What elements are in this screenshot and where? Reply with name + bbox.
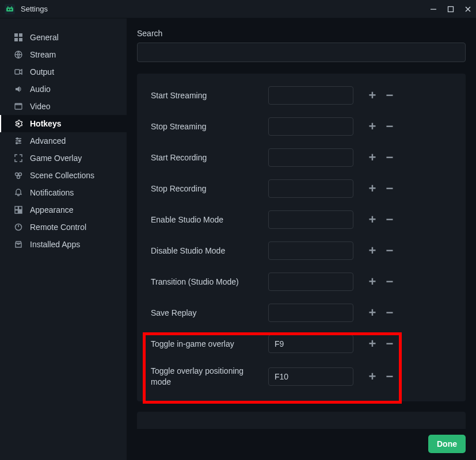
hotkey-add-button[interactable]: + bbox=[367, 90, 378, 101]
hotkey-remove-button[interactable]: − bbox=[384, 121, 395, 132]
sidebar-item-label: Stream bbox=[30, 50, 56, 59]
hotkey-row-stop-streaming: Stop Streaming + − bbox=[151, 117, 452, 136]
hotkey-row-toggle-positioning: Toggle overlay positioning mode + − bbox=[151, 366, 452, 388]
hotkey-remove-button[interactable]: − bbox=[384, 183, 395, 194]
search-input[interactable] bbox=[137, 43, 466, 62]
sidebar-item-label: Appearance bbox=[30, 205, 74, 214]
hotkey-add-button[interactable]: + bbox=[367, 214, 378, 225]
hotkey-remove-button[interactable]: − bbox=[384, 308, 395, 318]
sidebar-item-installed-apps[interactable]: Installed Apps bbox=[0, 236, 127, 253]
sidebar-item-game-overlay[interactable]: Game Overlay bbox=[0, 150, 127, 167]
svg-rect-9 bbox=[14, 38, 18, 41]
output-icon bbox=[14, 68, 23, 76]
sidebar-item-video[interactable]: Video bbox=[0, 98, 127, 115]
hotkey-input-start-recording[interactable] bbox=[268, 148, 353, 167]
sidebar-item-scene-collections[interactable]: Scene Collections bbox=[0, 167, 127, 184]
hotkey-input-toggle-positioning[interactable] bbox=[268, 367, 353, 386]
svg-rect-12 bbox=[15, 70, 20, 74]
hotkey-input-stop-streaming[interactable] bbox=[268, 117, 353, 136]
video-icon bbox=[14, 102, 23, 110]
svg-point-15 bbox=[19, 140, 21, 142]
hotkey-row-toggle-overlay: Toggle in-game overlay + − bbox=[151, 335, 452, 353]
sidebar-item-output[interactable]: Output bbox=[0, 63, 127, 80]
hotkey-add-button[interactable]: + bbox=[367, 277, 378, 287]
svg-point-18 bbox=[19, 173, 22, 176]
sidebar-item-label: Video bbox=[30, 102, 51, 111]
sidebar-item-label: Output bbox=[30, 67, 54, 76]
maximize-button[interactable] bbox=[447, 6, 454, 13]
svg-rect-7 bbox=[14, 33, 18, 37]
hotkey-add-button[interactable]: + bbox=[367, 152, 378, 163]
window-title: Settings bbox=[21, 5, 430, 13]
sidebar-item-general[interactable]: General bbox=[0, 29, 127, 46]
sidebar-item-audio[interactable]: Audio bbox=[0, 80, 127, 98]
hotkey-remove-button[interactable]: − bbox=[384, 371, 395, 382]
sidebar-item-label: Advanced bbox=[30, 136, 66, 145]
sidebar-item-appearance[interactable]: Appearance bbox=[0, 201, 127, 218]
hotkey-label: Disable Studio Mode bbox=[151, 246, 260, 256]
svg-point-1 bbox=[8, 9, 9, 10]
sidebar-item-label: General bbox=[30, 33, 59, 42]
audio-icon bbox=[14, 85, 23, 93]
titlebar: Settings bbox=[0, 0, 476, 18]
globe-icon bbox=[14, 51, 23, 59]
hotkey-remove-button[interactable]: − bbox=[384, 214, 395, 225]
theme-icon bbox=[14, 206, 23, 214]
hotkey-input-disable-studio[interactable] bbox=[268, 241, 353, 260]
hotkey-remove-button[interactable]: − bbox=[384, 90, 395, 101]
grid-icon bbox=[14, 33, 23, 41]
hotkey-input-toggle-overlay[interactable] bbox=[268, 335, 353, 353]
hotkey-input-start-streaming[interactable] bbox=[268, 86, 353, 105]
hotkey-remove-button[interactable]: − bbox=[384, 246, 395, 256]
sidebar-item-advanced[interactable]: Advanced bbox=[0, 132, 127, 150]
svg-rect-6 bbox=[448, 6, 454, 12]
hotkey-label: Toggle in-game overlay bbox=[151, 339, 260, 350]
hotkeys-panel: Start Streaming + − Stop Streaming + − S… bbox=[137, 74, 466, 401]
power-icon bbox=[14, 223, 23, 231]
minimize-button[interactable] bbox=[430, 6, 437, 13]
sidebar-item-notifications[interactable]: Notifications bbox=[0, 184, 127, 201]
hotkey-label: Start Streaming bbox=[151, 90, 260, 101]
done-button[interactable]: Done bbox=[428, 435, 466, 453]
svg-rect-22 bbox=[15, 210, 18, 214]
hotkey-add-button[interactable]: + bbox=[367, 121, 378, 132]
hotkey-input-save-replay[interactable] bbox=[268, 304, 353, 322]
hotkey-row-enable-studio: Enable Studio Mode + − bbox=[151, 210, 452, 229]
hotkey-input-stop-recording[interactable] bbox=[268, 179, 353, 198]
sidebar-item-hotkeys[interactable]: Hotkeys bbox=[0, 115, 127, 132]
sidebar-item-label: Installed Apps bbox=[30, 240, 80, 249]
hotkey-remove-button[interactable]: − bbox=[384, 277, 395, 287]
sidebar-item-label: Game Overlay bbox=[30, 154, 82, 163]
hotkey-remove-button[interactable]: − bbox=[384, 152, 395, 163]
sidebar-item-label: Remote Control bbox=[30, 223, 86, 232]
sliders-icon bbox=[14, 137, 23, 145]
sidebar-item-remote-control[interactable]: Remote Control bbox=[0, 218, 127, 236]
store-icon bbox=[14, 240, 23, 248]
hotkey-add-button[interactable]: + bbox=[367, 183, 378, 194]
hotkey-input-transition[interactable] bbox=[268, 273, 353, 291]
hotkey-add-button[interactable]: + bbox=[367, 371, 378, 382]
svg-rect-4 bbox=[12, 6, 13, 8]
hotkey-add-button[interactable]: + bbox=[367, 339, 378, 349]
svg-rect-21 bbox=[19, 206, 22, 210]
hotkey-remove-button[interactable]: − bbox=[384, 339, 395, 349]
svg-rect-23 bbox=[19, 210, 22, 214]
panel-next-section bbox=[137, 412, 466, 429]
hotkey-add-button[interactable]: + bbox=[367, 308, 378, 318]
hotkey-row-save-replay: Save Replay + − bbox=[151, 304, 452, 322]
sidebar-item-stream[interactable]: Stream bbox=[0, 46, 127, 63]
app-icon bbox=[5, 4, 15, 14]
hotkey-add-button[interactable]: + bbox=[367, 246, 378, 256]
svg-rect-20 bbox=[15, 206, 18, 210]
hotkey-input-enable-studio[interactable] bbox=[268, 210, 353, 229]
hotkey-label: Toggle overlay positioning mode bbox=[151, 366, 260, 388]
svg-point-19 bbox=[17, 176, 20, 179]
svg-point-2 bbox=[10, 9, 12, 10]
hotkey-label: Stop Recording bbox=[151, 183, 260, 194]
hotkey-row-start-recording: Start Recording + − bbox=[151, 148, 452, 167]
svg-rect-5 bbox=[431, 9, 436, 9]
close-button[interactable] bbox=[464, 6, 471, 13]
hotkey-row-stop-recording: Stop Recording + − bbox=[151, 179, 452, 198]
svg-point-14 bbox=[17, 138, 18, 140]
hotkey-label: Start Recording bbox=[151, 152, 260, 163]
